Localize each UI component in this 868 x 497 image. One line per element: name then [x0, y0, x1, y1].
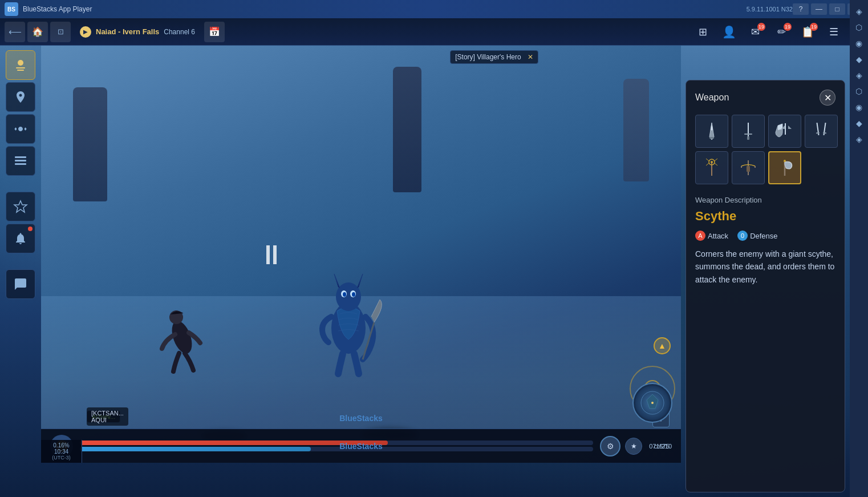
- back-button[interactable]: ⟵: [5, 22, 25, 42]
- scroll-up-button[interactable]: ▲: [654, 337, 671, 354]
- svg-rect-18: [709, 137, 714, 139]
- svg-rect-4: [15, 160, 26, 161]
- cr-info: cr675: [654, 443, 670, 450]
- bottom-icons: ⚙ ★: [600, 436, 642, 456]
- pause-button[interactable]: ⏸: [258, 239, 285, 270]
- sidebar-btn-1[interactable]: ◈: [852, 5, 866, 18]
- topbar-center: ▶ Naiad - Ivern Falls Channel 6 📅: [73, 22, 691, 42]
- weapon-panel-close-button[interactable]: ✕: [820, 90, 835, 106]
- home-button[interactable]: 🏠: [27, 22, 48, 42]
- chat-button[interactable]: [6, 269, 35, 299]
- enemy-character: [314, 260, 383, 387]
- maximize-button[interactable]: □: [829, 3, 845, 15]
- mail-button[interactable]: ✉ 19: [744, 22, 766, 42]
- map-button[interactable]: [6, 82, 35, 112]
- character-button[interactable]: 👤: [717, 22, 740, 42]
- quest-panel: [Story] Villager's Hero ✕: [450, 50, 538, 64]
- weapon-description-label: Weapon Description: [695, 196, 835, 204]
- svg-point-12: [352, 292, 355, 297]
- weapon-staff-button[interactable]: [695, 151, 728, 184]
- weapon-grid: [695, 115, 835, 184]
- grid-button[interactable]: ⊞: [691, 22, 714, 42]
- chat-message: [KCTSAN...: [91, 410, 124, 417]
- chat-area: [KCTSAN... AQUI: [87, 407, 128, 426]
- bluestacks-watermark: BlueStacks: [339, 414, 382, 423]
- svg-rect-19: [748, 123, 749, 137]
- topbar-right: ⊞ 👤 ✉ 19 ✏ 19 📋 19 ☰: [691, 22, 845, 42]
- version-text: 5.9.11.1001 N32: [747, 6, 793, 13]
- sidebar-btn-2[interactable]: ⬡: [852, 21, 866, 34]
- skill-list-button[interactable]: [6, 146, 35, 176]
- defense-label: Defense: [750, 232, 777, 240]
- skill-icon-1[interactable]: ⚙: [600, 436, 620, 456]
- sidebar-btn-3[interactable]: ◉: [852, 37, 866, 50]
- settings-button[interactable]: [6, 114, 35, 144]
- weapon-dual-blade-button[interactable]: [805, 115, 838, 148]
- svg-point-17: [651, 402, 654, 404]
- notification-button[interactable]: [6, 224, 35, 253]
- svg-rect-20: [744, 134, 752, 135]
- guild-button[interactable]: [6, 192, 35, 221]
- svg-rect-25: [816, 132, 820, 134]
- weapon-blade-button[interactable]: [695, 115, 728, 148]
- edit-badge: 19: [784, 23, 792, 31]
- svg-rect-2: [17, 70, 24, 71]
- edit-button[interactable]: ✏ 19: [770, 22, 793, 42]
- defense-icon: 0: [737, 231, 748, 241]
- tree-left: [73, 87, 107, 201]
- right-sidebar: ◈ ⬡ ◉ ◆ ◈ ⬡ ◉ ◆ ◈: [850, 0, 868, 497]
- weapon-shield-sword-button[interactable]: [768, 115, 801, 148]
- weapon-panel-header: Weapon ✕: [695, 90, 835, 106]
- bottom-bar: 😊 ⚙ ★ 071/210 BlueStacks cr675: [41, 429, 681, 463]
- location-label: Naiad - Ivern Falls: [96, 27, 159, 36]
- action-icon: ▶: [80, 26, 91, 38]
- minimize-button[interactable]: —: [811, 3, 827, 15]
- svg-rect-3: [15, 156, 26, 158]
- sidebar-btn-4[interactable]: ◆: [852, 52, 866, 66]
- sidebar-btn-9[interactable]: ◈: [852, 132, 866, 146]
- skill-icon-2[interactable]: ★: [625, 438, 642, 455]
- weapon-sword-button[interactable]: [732, 115, 765, 148]
- help-button[interactable]: ?: [793, 3, 809, 15]
- weapon-panel-title: Weapon: [695, 92, 729, 103]
- health-bars: [80, 441, 593, 451]
- minimap[interactable]: [632, 383, 672, 423]
- sidebar-btn-7[interactable]: ◉: [852, 100, 866, 114]
- tree-center: [393, 67, 421, 192]
- attack-stat: A Attack: [695, 231, 728, 241]
- player-character: [159, 286, 205, 379]
- channel-label: Channel 6: [164, 28, 195, 36]
- sidebar-btn-6[interactable]: ⬡: [852, 84, 866, 98]
- weapon-stats: A Attack 0 Defense: [695, 231, 835, 241]
- character-skill-button[interactable]: [6, 50, 35, 80]
- svg-rect-26: [823, 132, 826, 134]
- sidebar-btn-5[interactable]: ◈: [852, 68, 866, 82]
- chat-message-2: AQUI: [91, 417, 124, 423]
- window-button[interactable]: ⊡: [50, 22, 71, 42]
- calendar-button[interactable]: 📅: [204, 22, 225, 42]
- weapon-crossbow-button[interactable]: [732, 151, 765, 184]
- quest-title: [Story] Villager's Hero: [455, 53, 521, 61]
- game-viewport[interactable]: ⏸ BlueStacks Achiev... [KCTSAN... AQUI ▲…: [41, 46, 681, 463]
- inventory-button[interactable]: 📋 19: [796, 22, 819, 42]
- status-bar: 0.16% 10:34 (UTC-3): [41, 440, 82, 463]
- accept-button[interactable]: ✕: [528, 53, 533, 61]
- weapon-description-section: Weapon Description Scythe A Attack 0 Def…: [695, 196, 835, 483]
- svg-point-0: [18, 60, 23, 66]
- weapon-name: Scythe: [695, 209, 835, 224]
- weapon-scythe-button[interactable]: [768, 151, 801, 184]
- menu-button[interactable]: ☰: [822, 22, 845, 42]
- defense-stat: 0 Defense: [737, 231, 777, 241]
- sidebar-btn-8[interactable]: ◆: [852, 116, 866, 130]
- attack-icon: A: [695, 231, 705, 241]
- tree-right: [623, 79, 649, 181]
- svg-point-29: [711, 161, 713, 163]
- fps-stat: 0.16%: [42, 442, 80, 448]
- app-logo: BS: [5, 2, 18, 16]
- svg-rect-1: [16, 67, 25, 68]
- timezone-stat: (UTC-3): [42, 455, 80, 460]
- svg-rect-27: [711, 162, 712, 176]
- logo-text: BS: [7, 6, 15, 13]
- app-title: BlueStacks App Player: [23, 5, 742, 13]
- svg-rect-22: [785, 123, 786, 135]
